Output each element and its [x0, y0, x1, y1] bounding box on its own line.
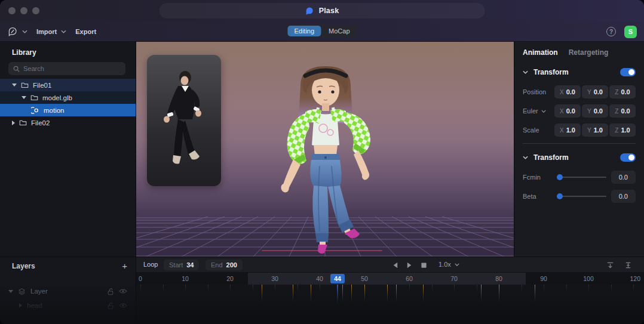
tab-animation[interactable]: Animation	[523, 48, 558, 57]
tree-item-file02[interactable]: File02	[0, 116, 136, 129]
scale-z-field[interactable]: Z1.0	[609, 124, 636, 137]
playhead[interactable]: 44	[330, 274, 345, 283]
tab-mocap[interactable]: MoCap	[322, 26, 356, 36]
chevron-down-icon[interactable]	[523, 156, 528, 159]
stop-button[interactable]	[418, 260, 429, 270]
frame-tick	[522, 285, 522, 292]
eye-icon[interactable]	[119, 288, 127, 294]
loop-end-field[interactable]: End 200	[206, 260, 243, 270]
plask-menu-icon[interactable]	[7, 26, 18, 37]
unlock-icon[interactable]	[107, 288, 114, 295]
position-z-field[interactable]: Z0.0	[609, 85, 636, 98]
keyframe-marker[interactable]	[423, 285, 424, 303]
position-x-field[interactable]: X0.0	[554, 85, 581, 98]
timeline-controls-bar: Loop Start 34 End 200	[136, 257, 644, 273]
tree-item-label: File01	[33, 82, 51, 89]
chevron-down-icon[interactable]	[523, 70, 528, 74]
play-button[interactable]	[404, 260, 415, 270]
playhead-line[interactable]	[337, 285, 338, 305]
layer-row[interactable]: head	[0, 300, 136, 311]
minimize-window-button[interactable]	[20, 7, 27, 14]
position-y-field[interactable]: Y0.0	[582, 85, 608, 98]
chevron-down-icon[interactable]	[541, 110, 546, 113]
unlock-icon[interactable]	[107, 302, 114, 310]
character-model[interactable]	[266, 61, 385, 257]
help-icon[interactable]: ?	[606, 27, 616, 36]
auto-scroll-icon[interactable]	[605, 260, 615, 270]
close-window-button[interactable]	[8, 7, 16, 14]
add-layer-button[interactable]: +	[122, 261, 127, 271]
layer-row[interactable]: Layer	[0, 286, 136, 297]
beta-value-field[interactable]: 0.0	[611, 190, 636, 203]
transform-toggle-2[interactable]	[620, 153, 636, 162]
search-box[interactable]	[8, 62, 125, 75]
fcmin-value-field[interactable]: 0.0	[611, 171, 636, 184]
chevron-down-icon[interactable]	[22, 30, 27, 33]
viewport-3d[interactable]	[136, 42, 514, 257]
beta-label: Beta	[523, 193, 557, 200]
keyframe-marker[interactable]	[387, 285, 388, 303]
keyframe-marker[interactable]	[262, 285, 262, 303]
search-input[interactable]	[23, 65, 121, 72]
fcmin-slider[interactable]	[557, 177, 606, 178]
euler-label[interactable]: Euler	[523, 107, 554, 115]
frame-tick	[253, 285, 253, 292]
keyframe-marker[interactable]	[351, 285, 352, 303]
frame-tick	[588, 285, 589, 292]
tree-item-model-glb[interactable]: model.glb	[0, 91, 136, 104]
tab-editing[interactable]: Editing	[287, 26, 321, 36]
step-back-button[interactable]	[390, 260, 400, 270]
caret-down-icon[interactable]	[8, 290, 13, 293]
fcmin-slider-thumb[interactable]	[557, 174, 563, 180]
caret-down-icon[interactable]	[12, 84, 17, 87]
transform-toggle-1[interactable]	[620, 68, 636, 76]
section-title-transform-1[interactable]: Transform	[533, 68, 615, 76]
ruler-label-0: 0	[139, 275, 142, 282]
eye-icon[interactable]	[119, 303, 127, 308]
zoom-window-button[interactable]	[32, 7, 39, 14]
scale-y-field[interactable]: Y1.0	[582, 124, 608, 137]
tree-item-file01[interactable]: File01	[0, 79, 136, 91]
scale-x-field[interactable]: X1.0	[554, 124, 581, 137]
export-button[interactable]: Export	[75, 28, 96, 35]
keyframe-marker[interactable]	[293, 285, 293, 303]
keyframe-marker[interactable]	[499, 285, 499, 303]
keyframe-marker[interactable]	[535, 285, 535, 303]
keyframe-marker[interactable]	[481, 285, 482, 303]
caret-right-icon[interactable]	[12, 121, 15, 125]
folder-icon	[21, 82, 29, 88]
position-label: Position	[523, 88, 554, 95]
beta-slider-thumb[interactable]	[557, 193, 563, 199]
ruler-label-70: 70	[450, 275, 458, 282]
import-button[interactable]: Import	[36, 28, 57, 35]
reference-video-card[interactable]	[147, 55, 221, 186]
timeline-ruler[interactable]: 010203040506070809010012044	[136, 273, 644, 285]
fit-timeline-icon[interactable]	[622, 260, 633, 270]
caret-down-icon[interactable]	[22, 96, 26, 99]
keyframe-marker[interactable]	[364, 285, 365, 303]
bottom-dock: Layers + Layer	[0, 257, 644, 324]
tree-item-motion[interactable]: motion	[0, 104, 136, 116]
layer-name: Layer	[30, 288, 48, 295]
loop-start-field[interactable]: Start 34	[164, 260, 199, 270]
beta-slider[interactable]	[557, 196, 606, 197]
euler-y-field[interactable]: Y0.0	[582, 104, 608, 118]
euler-x-field[interactable]: X0.0	[554, 104, 581, 118]
keyframe-marker[interactable]	[396, 285, 397, 303]
section-title-transform-2[interactable]: Transform	[533, 153, 615, 162]
keyframe-marker[interactable]	[342, 285, 343, 303]
playback-speed-dropdown[interactable]: 1.0x	[438, 261, 459, 268]
search-icon	[13, 66, 20, 72]
frame-tick	[611, 285, 612, 292]
caret-right-icon[interactable]	[19, 303, 22, 308]
timeline-tracks[interactable]	[136, 285, 644, 324]
frame-tick	[298, 285, 298, 292]
ruler-label-50: 50	[361, 275, 368, 282]
loop-toggle[interactable]: Loop	[143, 261, 158, 268]
avatar[interactable]: S	[624, 26, 637, 38]
chevron-down-icon[interactable]	[61, 30, 66, 33]
keyframe-marker[interactable]	[311, 285, 311, 303]
frame-tick	[454, 285, 455, 292]
tab-retargeting[interactable]: Retargeting	[569, 48, 609, 57]
euler-z-field[interactable]: Z0.0	[609, 104, 636, 118]
